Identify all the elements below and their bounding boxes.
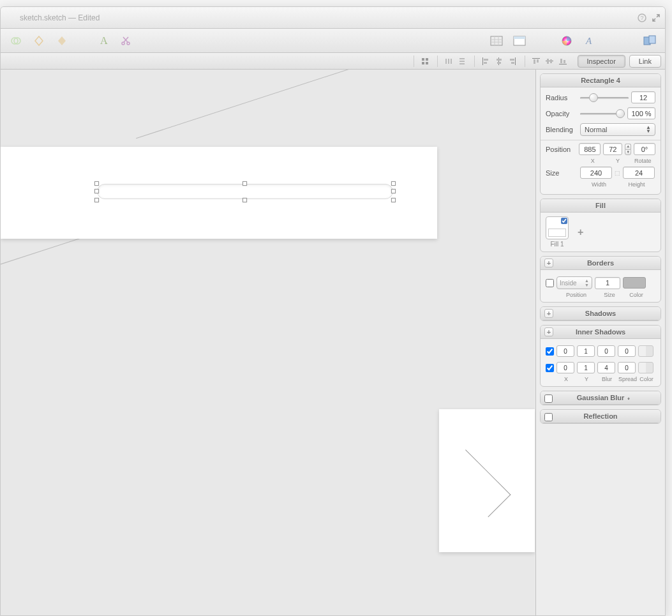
svg-rect-37 [546, 61, 553, 61]
resize-handle[interactable] [391, 189, 396, 193]
inner-shadow-checkbox[interactable] [546, 364, 554, 372]
radius-input[interactable] [631, 91, 655, 103]
scissors-icon[interactable] [117, 32, 135, 50]
fill-swatch[interactable] [546, 216, 569, 239]
inner-shadow-x[interactable] [556, 345, 574, 357]
resize-handle[interactable] [243, 198, 247, 202]
align-right-icon[interactable] [507, 56, 518, 67]
resize-handle[interactable] [391, 198, 396, 202]
svg-rect-28 [498, 57, 499, 65]
resize-handle[interactable] [94, 181, 99, 186]
fill-header: Fill [541, 199, 661, 213]
inner-shadow-color[interactable] [638, 362, 653, 373]
app-window: sketch.sketch — Edited ? A A [0, 6, 666, 616]
rotate-input[interactable] [634, 143, 655, 155]
position-x-input[interactable] [579, 143, 601, 155]
color-picker-icon[interactable] [558, 32, 576, 50]
grid-view-icon[interactable] [419, 56, 431, 67]
fill-enabled-checkbox[interactable] [561, 218, 567, 224]
grid-icon[interactable] [488, 32, 505, 50]
border-color-sublabel: Color [625, 292, 648, 298]
distribute-v-icon[interactable] [456, 56, 468, 67]
width-input[interactable] [580, 167, 612, 179]
align-center-v-icon[interactable] [544, 56, 555, 67]
x-sublabel: X [580, 158, 605, 164]
help-icon[interactable]: ? [637, 13, 647, 23]
disclosure-icon[interactable]: ♦ [627, 396, 630, 402]
svg-rect-19 [445, 59, 447, 64]
add-inner-shadow-button[interactable]: + [544, 327, 553, 336]
artboard[interactable] [1, 147, 437, 239]
fonts-icon[interactable]: A [581, 32, 599, 50]
border-color-swatch[interactable] [623, 277, 646, 289]
inner-shadow-y[interactable] [577, 362, 595, 373]
border-position-select[interactable]: Inside▲▼ [556, 276, 592, 289]
gaussian-blur-checkbox[interactable] [544, 394, 553, 403]
inner-shadow-row [546, 359, 655, 376]
svg-rect-9 [514, 36, 525, 39]
svg-point-6 [127, 42, 130, 45]
svg-rect-22 [459, 58, 465, 59]
svg-rect-17 [422, 62, 424, 64]
svg-rect-38 [547, 59, 549, 64]
inner-shadow-blur[interactable] [597, 362, 615, 373]
radius-slider[interactable] [580, 93, 629, 102]
selection-name: Rectangle 4 [541, 74, 661, 87]
align-top-icon[interactable] [530, 56, 542, 67]
svg-rect-41 [560, 59, 562, 63]
inner-shadow-blur[interactable] [597, 345, 615, 357]
inner-shadow-y[interactable] [577, 345, 595, 357]
fullscreen-icon[interactable] [651, 13, 661, 23]
opacity-input[interactable] [627, 107, 655, 119]
svg-rect-24 [459, 63, 465, 64]
border-enabled-checkbox[interactable] [546, 279, 554, 287]
artboard[interactable] [439, 409, 535, 552]
svg-rect-42 [564, 60, 565, 63]
inner-shadow-spread[interactable] [618, 345, 636, 357]
add-shadow-button[interactable]: + [544, 309, 553, 318]
reflection-checkbox[interactable] [544, 413, 553, 421]
inner-shadow-spread[interactable] [618, 362, 636, 373]
canvas[interactable] [1, 70, 536, 615]
opacity-slider[interactable] [580, 109, 625, 118]
svg-rect-40 [559, 64, 567, 64]
align-center-h-icon[interactable] [493, 56, 505, 67]
svg-rect-15 [422, 58, 424, 61]
position-y-input[interactable] [603, 143, 622, 155]
resize-handle[interactable] [391, 181, 396, 186]
svg-rect-16 [426, 58, 428, 61]
layout-icon[interactable] [511, 32, 528, 50]
blending-select[interactable]: Normal ▲▼ [580, 123, 655, 136]
add-border-button[interactable]: + [544, 259, 553, 267]
inner-shadow-color[interactable] [638, 345, 653, 357]
intersect-icon[interactable] [53, 32, 71, 50]
svg-rect-31 [515, 57, 516, 65]
height-sublabel: Height [618, 181, 655, 188]
sub-toolbar: Inspector Link [1, 53, 665, 70]
add-fill-button[interactable]: + [578, 227, 583, 238]
height-input[interactable] [623, 167, 655, 179]
union-icon[interactable] [7, 32, 25, 50]
border-size-input[interactable] [595, 277, 620, 289]
inner-shadow-x[interactable] [556, 362, 574, 373]
align-bottom-icon[interactable] [557, 56, 569, 67]
svg-rect-32 [510, 59, 514, 61]
resize-handle[interactable] [94, 198, 99, 202]
panels-icon[interactable] [641, 32, 659, 50]
align-left-icon[interactable] [480, 56, 491, 67]
rotate-stepper[interactable]: ▲▼ [625, 144, 631, 155]
resize-handle[interactable] [243, 181, 247, 186]
lock-icon[interactable]: ⬚ [615, 170, 620, 176]
fill-panel: Fill Fill 1 + [540, 199, 661, 252]
inspector-tab[interactable]: Inspector [578, 55, 625, 68]
svg-rect-21 [451, 59, 452, 64]
resize-handle[interactable] [94, 189, 99, 193]
selected-rectangle[interactable] [92, 176, 398, 207]
link-tab[interactable]: Link [629, 55, 661, 68]
distribute-h-icon[interactable] [443, 56, 454, 67]
reflection-header: Reflection [541, 410, 661, 423]
inner-shadow-checkbox[interactable] [546, 347, 554, 356]
subtract-icon[interactable] [30, 32, 48, 50]
text-tool-icon[interactable]: A [94, 32, 112, 50]
rotate-sublabel: Rotate [631, 158, 655, 164]
